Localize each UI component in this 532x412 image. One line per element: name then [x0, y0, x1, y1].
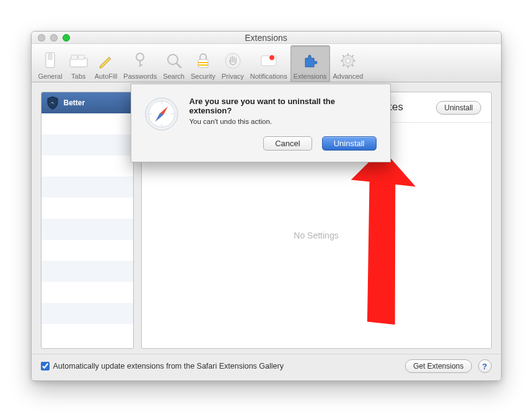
tab-passwords[interactable]: Passwords [120, 45, 160, 82]
extension-list-item[interactable]: Better [41, 92, 133, 113]
cancel-button[interactable]: Cancel [263, 136, 312, 151]
search-icon [164, 51, 184, 71]
window-title: Extensions [32, 33, 501, 43]
preferences-window: Extensions General Tabs AutoFill [31, 31, 502, 381]
svg-rect-7 [139, 64, 142, 66]
svg-point-13 [225, 53, 240, 68]
tab-notifications[interactable]: Notifications [247, 45, 290, 82]
extensions-sidebar: Better [41, 92, 134, 349]
auto-update-checkbox[interactable] [41, 362, 50, 370]
svg-rect-4 [78, 55, 84, 59]
tab-autofill[interactable]: AutoFill [92, 45, 121, 82]
svg-rect-10 [198, 59, 208, 68]
tab-privacy[interactable]: Privacy [219, 45, 247, 82]
tab-advanced[interactable]: Advanced [330, 45, 367, 82]
extension-name: Better [64, 99, 85, 107]
gear-icon [338, 51, 358, 71]
svg-rect-12 [198, 64, 208, 66]
footer-bar: Automatically update extensions from the… [32, 354, 501, 380]
sidebar-empty-rows [41, 113, 133, 348]
svg-rect-11 [198, 62, 208, 63]
zoom-window-button[interactable] [63, 34, 70, 42]
tab-security[interactable]: Security [188, 45, 219, 82]
switch-icon [40, 51, 60, 71]
titlebar: Extensions [32, 32, 501, 44]
tab-search[interactable]: Search [160, 45, 188, 82]
uninstall-button[interactable]: Uninstall [436, 101, 481, 115]
svg-rect-1 [48, 54, 52, 59]
hand-icon [223, 51, 243, 71]
dialog-body: You can't undo this action. [190, 118, 377, 125]
auto-update-checkbox-label[interactable]: Automatically update extensions from the… [41, 362, 399, 370]
confirm-uninstall-button[interactable]: Uninstall [322, 136, 377, 151]
notification-icon [259, 51, 279, 71]
preferences-toolbar: General Tabs AutoFill Passwords [32, 44, 501, 82]
shield-icon [46, 96, 59, 110]
tab-extensions[interactable]: Extensions [290, 45, 330, 82]
svg-line-9 [177, 63, 181, 68]
svg-line-21 [342, 55, 344, 57]
svg-point-16 [346, 58, 351, 63]
svg-line-22 [352, 64, 354, 66]
tabs-icon [69, 51, 89, 71]
svg-rect-3 [71, 55, 77, 59]
tab-general[interactable]: General [35, 45, 66, 82]
svg-rect-6 [139, 60, 141, 67]
minimize-window-button[interactable] [50, 34, 58, 42]
confirm-uninstall-dialog: Are you sure you want to uninstall the e… [131, 84, 391, 162]
close-window-button[interactable] [38, 34, 45, 42]
dialog-heading: Are you sure you want to uninstall the e… [190, 97, 363, 115]
safari-compass-icon [144, 97, 180, 151]
svg-line-24 [342, 64, 344, 66]
tab-tabs[interactable]: Tabs [66, 45, 92, 82]
help-button[interactable]: ? [478, 359, 492, 373]
key-icon [130, 51, 150, 71]
svg-point-5 [136, 53, 144, 61]
lock-icon [193, 51, 213, 71]
svg-line-23 [352, 55, 354, 57]
get-extensions-button[interactable]: Get Extensions [405, 359, 471, 373]
puzzle-icon [300, 51, 320, 71]
traffic-lights [38, 34, 70, 42]
pencil-icon [96, 51, 116, 71]
badge-icon [269, 55, 275, 61]
